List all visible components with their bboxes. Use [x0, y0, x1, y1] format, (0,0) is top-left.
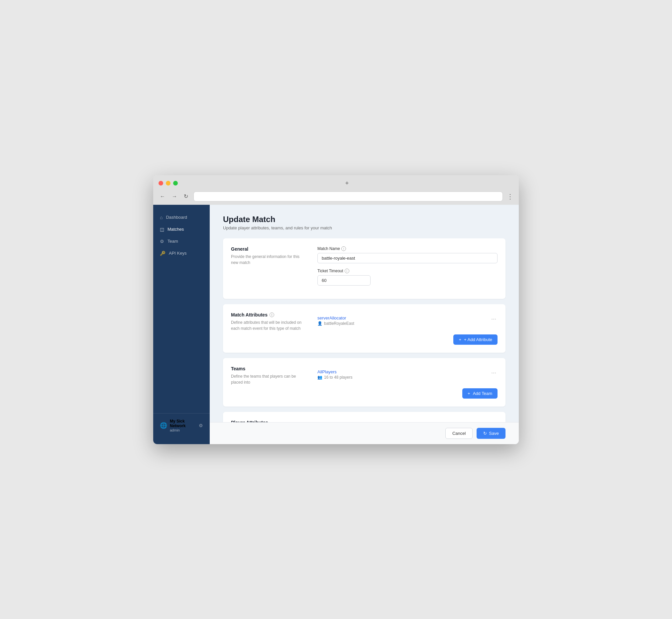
sidebar-item-dashboard[interactable]: ⌂ Dashboard — [153, 211, 210, 223]
match-attributes-right: serverAllocator 👤 battleRoyaleEast ··· + — [317, 312, 498, 345]
player-attributes-right: level 👤 number ··· regi — [317, 420, 498, 422]
minimize-button[interactable] — [166, 181, 170, 186]
sidebar-item-label: API Keys — [169, 251, 186, 256]
matches-icon: ◫ — [160, 227, 164, 232]
save-icon: ↻ — [483, 431, 487, 436]
back-button[interactable]: ← — [158, 192, 166, 201]
browser-more-button[interactable]: ⋮ — [507, 193, 514, 200]
match-attribute-row: serverAllocator 👤 battleRoyaleEast ··· — [317, 312, 498, 329]
add-team-button[interactable]: + Add Team — [462, 388, 498, 399]
sidebar-item-matches[interactable]: ◫ Matches — [153, 223, 210, 235]
ticket-timeout-info-icon[interactable]: i — [345, 269, 349, 273]
teams-left: Teams Define the teams that players can … — [231, 366, 304, 399]
team-row: AllPlayers 👥 16 to 48 players ··· — [317, 366, 498, 383]
reload-button[interactable]: ↻ — [182, 192, 190, 201]
player-attributes-title: Player Attributes — [231, 420, 304, 422]
add-attribute-icon: + — [459, 337, 461, 342]
sidebar-nav: ⌂ Dashboard ◫ Matches ⚙ Team 🔑 API Keys — [153, 211, 210, 413]
page-title: Update Match — [223, 215, 506, 224]
person-icon: 👤 — [317, 321, 322, 326]
sidebar-item-label: Matches — [167, 227, 184, 232]
match-attribute-more-button[interactable]: ··· — [490, 316, 498, 323]
maximize-button[interactable] — [173, 181, 178, 186]
match-attributes-card: Match Attributes i Define attributes tha… — [223, 304, 506, 353]
match-attribute-detail: 👤 battleRoyaleEast — [317, 321, 354, 326]
sidebar: ⌂ Dashboard ◫ Matches ⚙ Team 🔑 API Keys — [153, 205, 210, 444]
close-button[interactable] — [158, 181, 163, 186]
sidebar-item-api-keys[interactable]: 🔑 API Keys — [153, 247, 210, 259]
match-attributes-desc: Define attributes that will be included … — [231, 320, 304, 332]
bottom-bar: Cancel ↻ Save — [210, 422, 519, 444]
user-role: admin — [170, 428, 199, 432]
sidebar-footer-info: 🌐 My Sick Network admin — [160, 419, 199, 432]
general-left: General Provide the general information … — [231, 246, 304, 291]
match-attributes-left: Match Attributes i Define attributes tha… — [231, 312, 304, 345]
forward-button[interactable]: → — [170, 192, 178, 201]
player-attributes-card: Player Attributes Define the properties … — [223, 412, 506, 422]
match-attribute-info: serverAllocator 👤 battleRoyaleEast — [317, 316, 354, 326]
page-header: Update Match Update player attributes, t… — [223, 215, 506, 230]
match-attributes-title: Match Attributes i — [231, 312, 304, 318]
sidebar-footer-text: My Sick Network admin — [170, 419, 199, 432]
match-attributes-info-icon[interactable]: i — [270, 313, 274, 317]
save-button[interactable]: ↻ Save — [476, 428, 506, 439]
cancel-button[interactable]: Cancel — [445, 428, 472, 439]
add-team-icon: + — [468, 391, 470, 396]
team-icon: ⚙ — [160, 239, 164, 244]
sidebar-item-label: Dashboard — [166, 215, 187, 220]
teams-desc: Define the teams that players can be pla… — [231, 373, 304, 385]
key-icon: 🔑 — [160, 251, 165, 256]
sidebar-footer: 🌐 My Sick Network admin ⚙ — [153, 413, 210, 437]
address-bar[interactable] — [194, 192, 503, 201]
ticket-timeout-label: Ticket Timeout i — [317, 269, 498, 273]
teams-card: Teams Define the teams that players can … — [223, 358, 506, 407]
sidebar-item-label: Team — [167, 239, 178, 244]
main-content: Update Match Update player attributes, t… — [210, 205, 519, 422]
page-subtitle: Update player attributes, teams, and rul… — [223, 225, 506, 230]
player-attributes-left: Player Attributes Define the properties … — [231, 420, 304, 422]
home-icon: ⌂ — [160, 215, 162, 220]
match-name-label: Match Name i — [317, 246, 498, 251]
network-name: My Sick Network — [170, 419, 199, 428]
ticket-timeout-group: Ticket Timeout i — [317, 269, 498, 286]
sidebar-item-team[interactable]: ⚙ Team — [153, 235, 210, 247]
team-info: AllPlayers 👥 16 to 48 players — [317, 369, 352, 380]
general-card: General Provide the general information … — [223, 238, 506, 299]
match-name-group: Match Name i — [317, 246, 498, 263]
general-right: Match Name i Ticket Timeout i — [317, 246, 498, 291]
team-detail: 👥 16 to 48 players — [317, 375, 352, 380]
add-attribute-button[interactable]: + + Add Attribute — [453, 334, 498, 345]
match-name-info-icon[interactable]: i — [341, 246, 346, 251]
new-tab-button[interactable]: + — [343, 179, 352, 188]
match-attribute-name: serverAllocator — [317, 316, 354, 321]
teams-title: Teams — [231, 366, 304, 371]
settings-button[interactable]: ⚙ — [199, 423, 203, 428]
teams-right: AllPlayers 👥 16 to 48 players ··· + — [317, 366, 498, 399]
team-more-button[interactable]: ··· — [490, 369, 498, 376]
globe-icon: 🌐 — [160, 422, 167, 429]
general-title: General — [231, 246, 304, 252]
ticket-timeout-input[interactable] — [317, 275, 371, 286]
match-name-input[interactable] — [317, 253, 498, 263]
general-desc: Provide the general information for this… — [231, 254, 304, 266]
team-name: AllPlayers — [317, 369, 352, 374]
player-attr-level-row: level 👤 number ··· — [317, 420, 498, 422]
group-icon: 👥 — [317, 375, 322, 380]
